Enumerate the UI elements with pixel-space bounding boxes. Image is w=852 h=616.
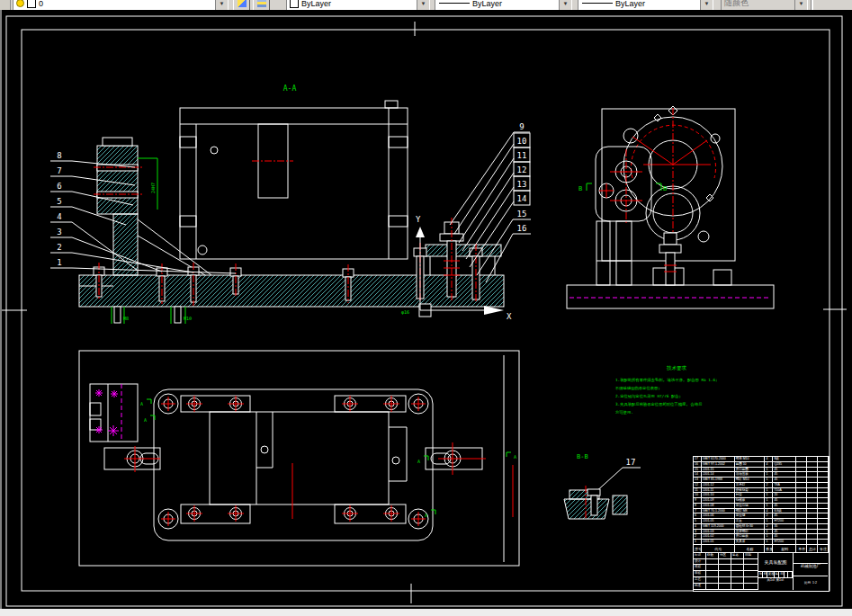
plotstyle-combo[interactable]: 随颜色 ▼ <box>721 0 808 10</box>
table-cell <box>719 577 731 584</box>
port-pad <box>596 147 651 225</box>
plan-plate <box>154 389 513 540</box>
table-cell <box>719 559 731 566</box>
drawing-title: 夹具装配图 <box>758 553 793 572</box>
side-stand <box>567 221 774 308</box>
plotstyle-combo-value: 随颜色 <box>722 0 794 9</box>
bom-header-row: 序号代号名称数量材料单件总计备注 <box>694 545 829 553</box>
table-cell: 单件 <box>796 545 807 553</box>
toolbar-divider <box>811 0 813 10</box>
table-cell: 数量 <box>765 545 773 553</box>
table-cell <box>719 571 731 577</box>
title-grid-row: 设计 <box>694 559 758 566</box>
title-grid-row: 批准 <box>694 584 758 590</box>
table-cell <box>706 559 719 566</box>
table-cell: 总计 <box>807 545 818 553</box>
title-block[interactable]: 17GB/T 6170-2000螺母 M1048级16GB/T 97.1-200… <box>693 456 830 592</box>
table-cell: 日期 <box>744 553 758 559</box>
sheet-count: 共1张 第1张 <box>758 578 793 589</box>
chevron-down-icon: ▼ <box>417 0 429 10</box>
balloon-7: 7 <box>57 166 61 175</box>
bom-header: 序号代号名称数量材料单件总计备注 <box>694 545 829 553</box>
section-a-label: A <box>144 417 147 423</box>
color-swatch-icon <box>290 0 299 8</box>
detail-section-bb[interactable]: B-B 17 <box>564 453 641 519</box>
notes-line: 方可使用. <box>615 410 633 415</box>
chevron-down-icon: ▼ <box>794 0 807 10</box>
balloon-15: 15 <box>517 210 527 219</box>
table-cell <box>706 565 719 571</box>
section-b-left-label: B <box>578 185 582 192</box>
balloon-2: 2 <box>57 243 61 252</box>
lineweight-combo[interactable]: ByLayer ▼ <box>578 0 713 10</box>
table-cell <box>731 577 744 584</box>
color-combo[interactable]: ByLayer ▼ <box>286 0 430 10</box>
balloon-14: 14 <box>517 194 527 203</box>
table-cell: 审核 <box>694 571 706 577</box>
layer-current-icon <box>238 0 247 7</box>
balloon-16: 16 <box>517 224 527 233</box>
application-window: 0 ▼ ByLayer ▼ ByLayer ▼ ByLayer ▼ 随颜色 <box>0 0 852 616</box>
mini-grid: 标记处数更改签名日期 <box>758 572 793 578</box>
color-combo-value: ByLayer <box>299 0 417 8</box>
section-a-label: A <box>417 459 420 464</box>
table-cell <box>744 571 758 577</box>
revision-grid: 标记处数分区签名日期设计校核审核工艺批准 <box>694 553 758 590</box>
notes-line: 3.夹具装配后检验各定位面相对位置精度, 合格后 <box>615 402 703 407</box>
table-cell <box>731 559 744 566</box>
layer-combo[interactable]: 0 ▼ <box>13 0 229 10</box>
title-grid-row: 标记处数分区签名日期 <box>694 553 758 559</box>
balloons-left: 8 7 6 5 4 3 2 1 <box>50 151 236 273</box>
table-cell: 批准 <box>694 584 706 590</box>
section-a-label: A <box>425 513 427 518</box>
table-cell: 序号 <box>694 545 702 553</box>
lineweight-combo-value: ByLayer <box>613 0 700 8</box>
balloon-13: 13 <box>517 180 527 189</box>
front-section-view[interactable]: A-A <box>79 85 512 324</box>
y-axis-arrow-icon <box>416 227 425 237</box>
table-cell: 材料 <box>773 545 796 553</box>
make-object-layer-current-button[interactable] <box>233 0 250 10</box>
layer-on-bulb-icon <box>16 0 24 7</box>
balloon-12: 12 <box>517 165 527 174</box>
plan-right-tab <box>426 442 486 475</box>
layer-previous-button[interactable] <box>253 0 270 10</box>
title-grid-row: 审核 <box>694 571 758 577</box>
linetype-combo[interactable]: ByLayer ▼ <box>435 0 572 10</box>
balloon-17: 17 <box>626 458 636 467</box>
notes-line: 2.定位销与定位孔采用 H7/r6 配合; <box>615 394 681 399</box>
plan-view[interactable]: A A A A A <box>79 351 519 566</box>
table-cell: 分区 <box>719 553 731 559</box>
partial-toolbar-icon[interactable] <box>0 0 11 10</box>
plan-left-tab <box>104 446 160 472</box>
table-cell <box>719 584 731 590</box>
table-cell: 校核 <box>694 565 706 571</box>
dim-clamp: φ16 <box>401 309 409 316</box>
code-cell <box>794 553 828 564</box>
table-cell <box>744 565 758 571</box>
title-grid: 标记处数分区签名日期设计校核审核工艺批准 夹具装配图 标记处数更改签名日期 共1… <box>694 553 829 590</box>
title-center: 夹具装配图 标记处数更改签名日期 共1张 第1张 <box>758 553 794 590</box>
title-grid-row: 工艺 <box>694 577 758 584</box>
balloon-9: 9 <box>519 122 524 131</box>
chevron-down-icon: ▼ <box>559 0 571 10</box>
locating-stack: 24H7 <box>94 138 157 214</box>
chevron-down-icon: ▼ <box>700 0 713 10</box>
table-cell <box>744 584 758 590</box>
section-a-label: A <box>140 401 143 406</box>
technical-notes[interactable]: 技术要求 1.装配前所有零件须去毛刺, 清洗干净, 配合面 Ra 1.6; 不得… <box>614 365 718 415</box>
notes-line: 1.装配前所有零件须去毛刺, 清洗干净, 配合面 Ra 1.6; <box>615 377 718 383</box>
layer-color-swatch-icon <box>27 0 36 8</box>
scale-label: 比例 <box>804 581 811 585</box>
linetype-sample-icon <box>439 3 470 4</box>
bom-table: 17GB/T 6170-2000螺母 M1048级16GB/T 97.1-200… <box>694 457 829 545</box>
properties-toolbar: 0 ▼ ByLayer ▼ ByLayer ▼ ByLayer ▼ 随颜色 <box>0 0 852 10</box>
balloon-8: 8 <box>57 151 61 160</box>
table-cell: 设计 <box>694 559 706 566</box>
section-a-label: A <box>514 454 516 460</box>
balloon-4: 4 <box>57 212 61 221</box>
side-view[interactable]: B B <box>567 106 774 308</box>
table-cell <box>706 577 719 584</box>
table-cell: 名称 <box>735 545 766 553</box>
section-label-aa: A-A <box>283 85 297 93</box>
